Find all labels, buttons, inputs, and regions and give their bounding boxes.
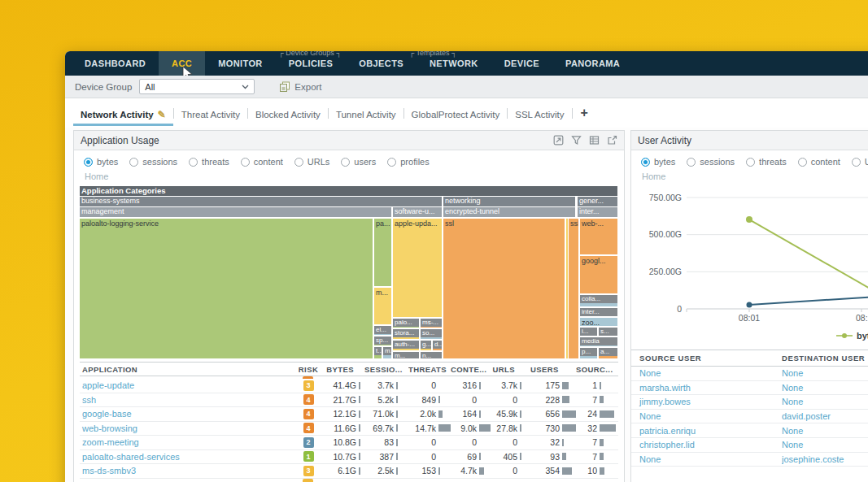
edit-pencil-icon[interactable]: ✎: [158, 109, 166, 120]
column-header-destination-user[interactable]: DESTINATION USER: [782, 354, 868, 363]
tab-ssl-activity[interactable]: SSL Activity: [508, 102, 571, 125]
radio-URLs[interactable]: URLs: [852, 157, 868, 167]
tab-threat-activity[interactable]: Threat Activity: [174, 102, 247, 125]
column-header-sourc[interactable]: SOURC...: [576, 365, 618, 374]
treemap-cell-s...[interactable]: s...: [599, 328, 617, 336]
treemap-cell-inter...[interactable]: inter...: [580, 308, 617, 316]
table-row[interactable]: marsha.wirthNone: [631, 381, 868, 396]
column-header-sessio[interactable]: SESSIO...: [364, 365, 408, 374]
radio-profiles[interactable]: profiles: [387, 157, 429, 167]
application-link[interactable]: web-browsing: [80, 423, 296, 433]
table-row[interactable]: ms-ds-smbv336.1G2.5k1534.7k035410: [80, 464, 618, 479]
application-link[interactable]: ms-ds-smbv3: [80, 466, 296, 475]
tab-blocked-activity[interactable]: Blocked Activity: [248, 102, 328, 125]
filter-icon[interactable]: [571, 135, 582, 145]
column-header-application[interactable]: APPLICATION: [80, 365, 296, 374]
destination-user-link[interactable]: josephine.coste: [782, 454, 868, 464]
table-row[interactable]: patricia.enriquNone: [631, 423, 868, 438]
table-row[interactable]: google-base412.1G71.0k2.0k16445.9k65624: [80, 407, 618, 422]
destination-user-link[interactable]: None: [782, 368, 868, 378]
table-row[interactable]: zoom-meeting210.8G83000327: [80, 436, 618, 450]
treemap-cell-ssl[interactable]: ssl: [443, 219, 565, 358]
radio-users[interactable]: users: [341, 157, 376, 167]
tab-globalprotect-activity[interactable]: GlobalProtect Activity: [404, 102, 508, 125]
source-user-link[interactable]: marsha.wirth: [631, 383, 782, 393]
table-row[interactable]: NoneNone: [631, 367, 868, 381]
destination-user-link[interactable]: None: [782, 440, 868, 449]
add-tab-button[interactable]: +: [573, 106, 596, 120]
treemap-cell-n...[interactable]: n...: [421, 352, 442, 358]
radio-threats[interactable]: threats: [746, 157, 787, 167]
column-header-users[interactable]: USERS: [530, 365, 576, 374]
treemap-cell-pa...[interactable]: pa...: [374, 219, 391, 286]
source-user-link[interactable]: None: [631, 454, 782, 464]
treemap-cell-googl...[interactable]: googl...: [580, 256, 617, 293]
tab-network-activity[interactable]: Network Activity✎: [73, 101, 173, 126]
treemap-cell-m...[interactable]: m...: [393, 352, 419, 358]
treemap-cell-p...[interactable]: p...: [580, 348, 597, 358]
breadcrumb-home[interactable]: Home: [74, 169, 624, 185]
source-user-link[interactable]: None: [631, 368, 782, 378]
column-header-urls[interactable]: URLS: [491, 365, 530, 374]
nav-tab-objects[interactable]: OBJECTS: [346, 51, 417, 76]
treemap-cell-i...[interactable]: i...: [580, 328, 597, 336]
tab-tunnel-activity[interactable]: Tunnel Activity: [329, 102, 403, 125]
treemap-cell-ms-...[interactable]: ms-...: [421, 319, 442, 328]
source-user-link[interactable]: patricia.enriqu: [631, 426, 782, 436]
source-user-link[interactable]: christopher.lid: [631, 440, 782, 449]
treemap-cell-apple-upda...[interactable]: apple-upda...: [393, 219, 442, 317]
treemap-cell-so...[interactable]: so...: [421, 329, 442, 339]
treemap-cell-stora...[interactable]: stora...: [393, 329, 419, 339]
treemap-cell-d...[interactable]: d...: [433, 341, 442, 350]
radio-URLs[interactable]: URLs: [294, 157, 330, 167]
application-link[interactable]: apple-update: [80, 380, 296, 390]
breadcrumb-home[interactable]: Home: [631, 169, 868, 185]
treemap-cell-sp...[interactable]: sp...: [374, 337, 391, 345]
source-user-link[interactable]: None: [631, 411, 782, 421]
radio-content[interactable]: content: [798, 157, 840, 167]
export-button[interactable]: Export: [279, 81, 321, 92]
treemap-cell-zoo...[interactable]: zoo...: [580, 318, 617, 326]
radio-sessions[interactable]: sessions: [129, 157, 177, 167]
popout-icon[interactable]: [553, 135, 564, 145]
table-row[interactable]: apple-update341.4G3.7k03163.7k1751: [80, 379, 618, 393]
chart-legend[interactable]: bytes: [631, 328, 868, 343]
application-link[interactable]: google-base: [80, 409, 296, 419]
treemap-cell-m...[interactable]: m...: [383, 347, 391, 358]
treemap-cell-ssh[interactable]: ssh: [569, 219, 578, 358]
table-row[interactable]: Nonejosephine.coste: [631, 453, 868, 467]
application-link[interactable]: ssh: [80, 395, 296, 405]
treemap-cell-g...[interactable]: g...: [421, 341, 431, 350]
table-row[interactable]: ssh421.7G5.2k849002287: [80, 393, 618, 408]
table-row[interactable]: jimmy.bowesNone: [631, 395, 868, 410]
destination-user-link[interactable]: None: [782, 397, 868, 406]
device-group-select[interactable]: All: [139, 79, 255, 94]
radio-bytes[interactable]: bytes: [641, 157, 675, 167]
nav-tab-panorama[interactable]: PANORAMA: [552, 51, 633, 76]
table-row[interactable]: christopher.lidNone: [631, 438, 868, 453]
table-icon[interactable]: [589, 135, 600, 145]
treemap-cell-palo...[interactable]: palo...: [393, 319, 419, 328]
table-row[interactable]: web-browsing411.6G69.7k14.7k9.0k27.8k730…: [80, 422, 618, 436]
radio-threats[interactable]: threats: [189, 157, 229, 167]
treemap-cell-a...[interactable]: a...: [599, 348, 617, 358]
source-user-link[interactable]: jimmy.bowes: [631, 397, 782, 406]
column-header-bytes[interactable]: BYTES: [321, 365, 364, 374]
treemap-cell-web-...[interactable]: web-...: [580, 219, 617, 254]
table-row[interactable]: Nonedavid.poster: [631, 410, 868, 424]
table-row[interactable]: paloalto-shared-services110.7G3870694059…: [80, 450, 618, 465]
column-header-risk[interactable]: RISK: [296, 365, 321, 374]
radio-sessions[interactable]: sessions: [687, 157, 735, 167]
nav-tab-device[interactable]: DEVICE: [491, 51, 552, 76]
application-link[interactable]: paloalto-shared-services: [80, 452, 296, 462]
nav-tab-dashboard[interactable]: DASHBOARD: [72, 51, 159, 76]
application-link[interactable]: zoom-meeting: [80, 437, 296, 447]
export-window-icon[interactable]: [607, 135, 617, 145]
nav-tab-monitor[interactable]: MONITOR: [205, 51, 276, 76]
treemap-cell-m...[interactable]: m...: [374, 288, 391, 324]
destination-user-link[interactable]: None: [782, 426, 868, 436]
treemap-cell-auth-...[interactable]: auth-...: [393, 341, 419, 350]
treemap-cell-blank[interactable]: [566, 219, 568, 358]
radio-content[interactable]: content: [241, 157, 283, 167]
treemap-cell-colla...[interactable]: colla...: [580, 295, 617, 306]
